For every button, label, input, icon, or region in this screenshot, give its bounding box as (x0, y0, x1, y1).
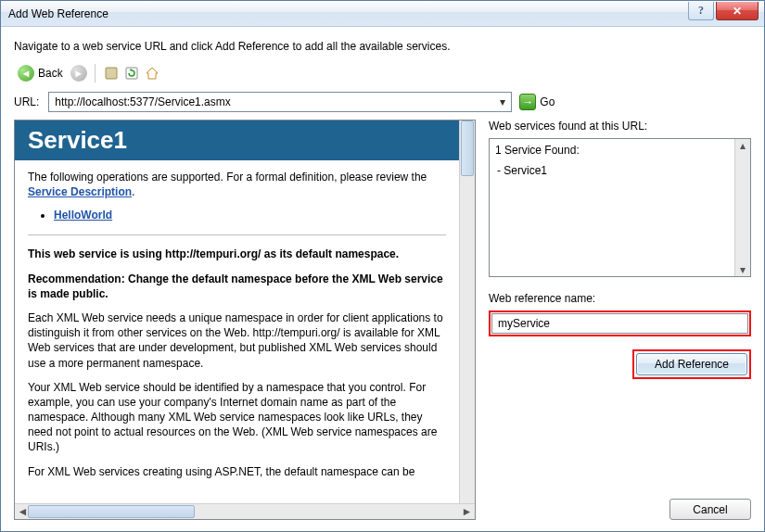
back-button[interactable]: ◄ Back (14, 64, 67, 82)
operation-helloworld-link[interactable]: HelloWorld (54, 209, 112, 222)
go-arrow-icon: → (519, 94, 536, 110)
help-button[interactable]: ? (688, 2, 714, 20)
intro-text: The following operations are supported. … (28, 170, 446, 199)
service-title: Service1 (15, 120, 459, 160)
operations-list: HelloWorld (54, 209, 446, 222)
preview-viewport: Service1 The following operations are su… (15, 120, 475, 503)
window-controls: ? ✕ (688, 1, 764, 26)
toolbar-separator (95, 64, 96, 82)
preview-pane: Service1 The following operations are su… (14, 120, 476, 520)
preview-horizontal-scrollbar[interactable]: ◄ ► (15, 503, 475, 519)
right-panel: Web services found at this URL: 1 Servic… (489, 120, 751, 520)
url-label: URL: (14, 95, 41, 108)
web-reference-name-input[interactable] (491, 313, 748, 334)
refname-label: Web reference name: (489, 292, 751, 305)
dialog-body: Navigate to a web service URL and click … (1, 27, 764, 531)
home-icon[interactable] (144, 65, 160, 82)
preview-vertical-scrollbar[interactable] (459, 120, 475, 503)
titlebar: Add Web Reference ? ✕ (1, 1, 764, 27)
namespace-note: This web service is using http://tempuri… (28, 247, 446, 261)
services-list[interactable]: 1 Service Found: - Service1 ▴▾ (489, 138, 751, 277)
back-arrow-icon: ◄ (18, 65, 34, 82)
nav-toolbar: ◄ Back ► (14, 62, 751, 84)
recommendation-text: Recommendation: Change the default names… (28, 272, 446, 301)
add-reference-highlight: Add Reference (632, 349, 751, 379)
footer: Cancel (489, 489, 751, 520)
go-label: Go (540, 95, 555, 108)
cancel-button[interactable]: Cancel (669, 499, 751, 520)
url-dropdown-icon[interactable]: ▾ (494, 93, 511, 111)
refresh-icon[interactable] (123, 65, 140, 82)
add-reference-button[interactable]: Add Reference (636, 353, 747, 375)
url-input[interactable] (49, 93, 494, 111)
service-description-link[interactable]: Service Description (28, 185, 132, 198)
window-title: Add Web Reference (1, 7, 688, 20)
back-label: Back (38, 67, 63, 80)
url-row: URL: ▾ → Go (14, 92, 751, 112)
found-label: Web services found at this URL: (489, 120, 751, 133)
forward-button[interactable]: ► (70, 65, 87, 82)
go-button[interactable]: → Go (519, 94, 555, 110)
service-item[interactable]: - Service1 (495, 163, 745, 178)
services-summary: 1 Service Found: (495, 143, 745, 158)
namespace-para3: For XML Web services creating using ASP.… (28, 464, 446, 479)
namespace-para1: Each XML Web service needs a unique name… (28, 310, 446, 371)
dialog-window: Add Web Reference ? ✕ Navigate to a web … (0, 0, 765, 532)
services-list-scrollbar[interactable]: ▴▾ (734, 139, 750, 276)
svg-rect-0 (106, 68, 117, 79)
url-combobox[interactable]: ▾ (48, 92, 512, 112)
stop-icon[interactable] (103, 65, 120, 82)
refname-highlight (489, 310, 751, 336)
instruction-text: Navigate to a web service URL and click … (14, 36, 751, 55)
main-area: Service1 The following operations are su… (14, 120, 751, 520)
namespace-para2: Your XML Web service should be identifie… (28, 380, 446, 455)
divider (28, 234, 446, 235)
close-button[interactable]: ✕ (716, 2, 759, 20)
service-document: Service1 The following operations are su… (15, 120, 459, 503)
